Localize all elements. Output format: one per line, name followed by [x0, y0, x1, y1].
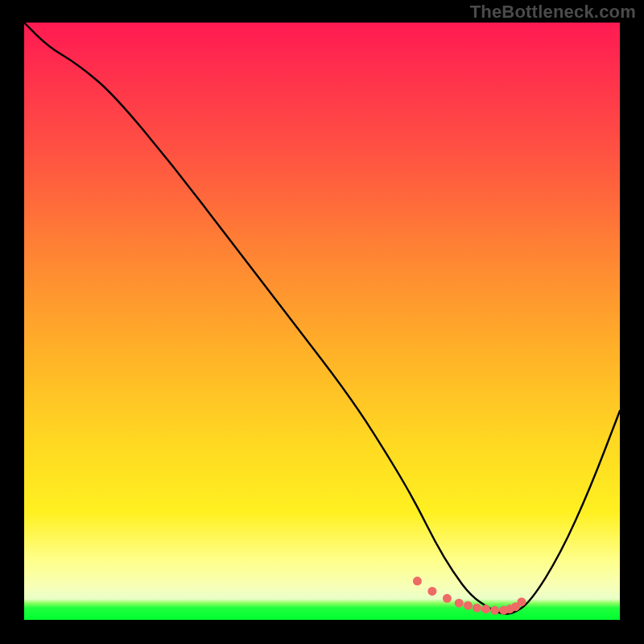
trough-dot	[427, 587, 436, 596]
trough-dot	[464, 601, 473, 610]
highlight-trough-dots	[413, 576, 526, 614]
watermark-text: TheBottleneck.com	[470, 2, 636, 23]
trough-dot	[443, 594, 452, 603]
curve-layer	[24, 23, 620, 620]
trough-dot	[413, 576, 422, 585]
bottleneck-curve	[24, 23, 620, 614]
chart-frame: TheBottleneck.com	[0, 0, 644, 644]
trough-dot	[517, 597, 526, 606]
plot-area	[24, 23, 620, 620]
trough-dot	[455, 599, 464, 608]
trough-dot	[490, 606, 499, 615]
trough-dot	[473, 604, 481, 613]
trough-dot	[481, 605, 490, 613]
